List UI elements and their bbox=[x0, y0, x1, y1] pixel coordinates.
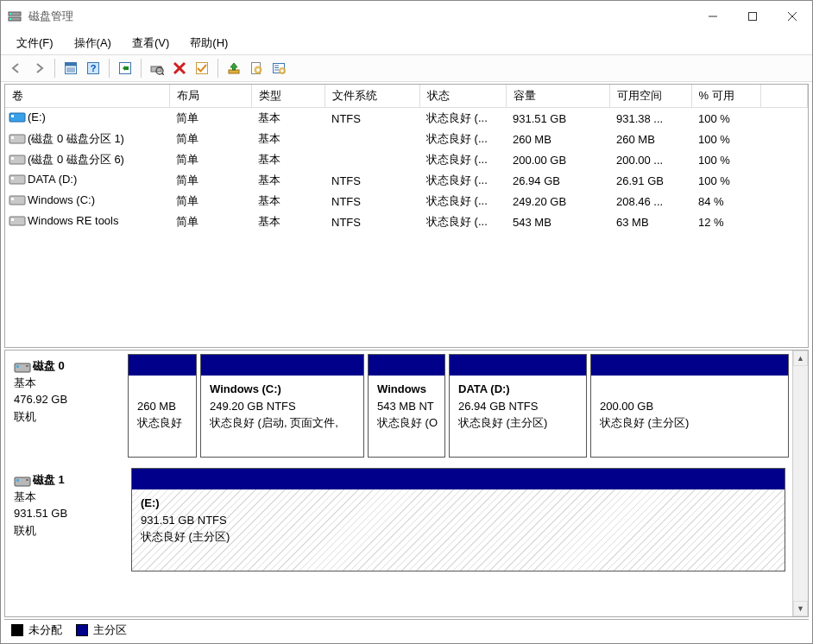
vertical-scrollbar[interactable]: ▲ ▼ bbox=[792, 350, 808, 616]
cell-pct: 84 % bbox=[691, 191, 760, 212]
partition[interactable]: 200.00 GB状态良好 (主分区) bbox=[590, 354, 789, 458]
cell-fs: NTFS bbox=[325, 212, 419, 232]
partition[interactable]: 260 MB状态良好 bbox=[128, 354, 197, 458]
table-row[interactable]: Windows RE tools简单基本NTFS状态良好 (...543 MB6… bbox=[5, 212, 808, 232]
svg-rect-2 bbox=[9, 13, 11, 15]
col-fs[interactable]: 文件系统 bbox=[325, 85, 419, 108]
upload-icon[interactable] bbox=[224, 58, 244, 79]
disk-type: 基本 bbox=[14, 375, 114, 392]
cell-free: 200.00 ... bbox=[609, 149, 691, 170]
cell-capacity: 543 MB bbox=[506, 212, 609, 232]
cell-pct: 100 % bbox=[691, 129, 760, 149]
detail-pane-icon[interactable] bbox=[60, 58, 81, 79]
col-layout[interactable]: 布局 bbox=[169, 85, 251, 108]
drive-icon bbox=[9, 134, 22, 144]
cell-pct: 100 % bbox=[691, 170, 760, 191]
scroll-down-icon[interactable]: ▼ bbox=[793, 601, 808, 616]
maximize-button[interactable] bbox=[733, 3, 772, 30]
disk-info[interactable]: 磁盘 1基本931.51 GB联机 bbox=[5, 464, 126, 575]
volume-name: (磁盘 0 磁盘分区 6) bbox=[28, 152, 124, 167]
partition-header bbox=[129, 355, 196, 376]
disk-size: 931.51 GB bbox=[14, 505, 117, 522]
disk-layout-pane: 磁盘 0基本476.92 GB联机 260 MB状态良好 Windows (C:… bbox=[4, 350, 809, 617]
svg-rect-44 bbox=[11, 218, 14, 221]
partition-size: 26.94 GB NTFS bbox=[458, 398, 579, 415]
col-spacer bbox=[760, 85, 808, 108]
cell-type: 基本 bbox=[251, 212, 325, 232]
table-row[interactable]: Windows (C:)简单基本NTFS状态良好 (...249.20 GB20… bbox=[5, 191, 808, 212]
cell-capacity: 249.20 GB bbox=[506, 191, 609, 212]
settings-list-icon[interactable] bbox=[268, 58, 289, 79]
table-row[interactable]: DATA (D:)简单基本NTFS状态良好 (...26.94 GB26.91 … bbox=[5, 170, 808, 191]
partition-header bbox=[369, 355, 444, 376]
content: 卷 布局 类型 文件系统 状态 容量 可用空间 % 可用 (E:)简单基本NTF… bbox=[1, 82, 812, 643]
cell-pct: 100 % bbox=[691, 149, 760, 170]
disk-info[interactable]: 磁盘 0基本476.92 GB联机 bbox=[5, 350, 123, 461]
cell-capacity: 26.94 GB bbox=[506, 170, 609, 191]
partition[interactable]: Windows 543 MB NT状态良好 (O bbox=[368, 354, 445, 458]
cell-layout: 简单 bbox=[169, 108, 251, 129]
scroll-track[interactable] bbox=[793, 366, 808, 601]
partition[interactable]: DATA (D:)26.94 GB NTFS状态良好 (主分区) bbox=[449, 354, 587, 458]
rescan-icon[interactable] bbox=[147, 58, 167, 79]
scroll-up-icon[interactable]: ▲ bbox=[793, 350, 808, 366]
partition[interactable]: Windows (C:)249.20 GB NTFS状态良好 (启动, 页面文件… bbox=[200, 354, 364, 458]
col-type[interactable]: 类型 bbox=[251, 85, 325, 108]
table-header-row: 卷 布局 类型 文件系统 状态 容量 可用空间 % 可用 bbox=[5, 85, 808, 108]
legend-primary-label: 主分区 bbox=[93, 623, 127, 636]
menu-action[interactable]: 操作(A) bbox=[66, 34, 120, 53]
cell-type: 基本 bbox=[251, 108, 325, 129]
col-free[interactable]: 可用空间 bbox=[609, 85, 691, 108]
table-row[interactable]: (磁盘 0 磁盘分区 6)简单基本状态良好 (...200.00 GB200.0… bbox=[5, 149, 808, 170]
col-volume[interactable]: 卷 bbox=[5, 85, 169, 108]
swatch-unallocated bbox=[11, 624, 23, 636]
cell-fs bbox=[325, 149, 419, 170]
volume-table: 卷 布局 类型 文件系统 状态 容量 可用空间 % 可用 (E:)简单基本NTF… bbox=[5, 85, 808, 232]
cell-type: 基本 bbox=[251, 170, 325, 191]
legend-unallocated: 未分配 bbox=[11, 622, 62, 638]
menu-view[interactable]: 查看(V) bbox=[123, 34, 178, 53]
partition-title: Windows (C:) bbox=[210, 381, 356, 398]
cell-layout: 简单 bbox=[169, 191, 251, 212]
titlebar: 磁盘管理 bbox=[1, 1, 812, 32]
svg-rect-36 bbox=[11, 136, 14, 139]
help-icon[interactable]: ? bbox=[83, 58, 104, 79]
delete-icon[interactable] bbox=[169, 58, 190, 79]
cell-free: 931.38 ... bbox=[609, 108, 691, 129]
svg-rect-16 bbox=[125, 66, 129, 70]
partition-status: 状态良好 (主分区) bbox=[600, 414, 781, 432]
menu-help[interactable]: 帮助(H) bbox=[181, 34, 236, 53]
close-button[interactable] bbox=[772, 3, 812, 30]
window: 磁盘管理 文件(F) 操作(A) 查看(V) 帮助(H) ? bbox=[0, 0, 813, 644]
forward-button[interactable] bbox=[28, 58, 49, 79]
col-status[interactable]: 状态 bbox=[419, 85, 506, 108]
partition-header bbox=[132, 469, 785, 489]
partition-status: 状态良好 (主分区) bbox=[141, 528, 778, 546]
disk-status: 联机 bbox=[14, 408, 114, 426]
volume-name: DATA (D:) bbox=[28, 173, 77, 186]
minimize-button[interactable] bbox=[693, 3, 733, 30]
menu-file[interactable]: 文件(F) bbox=[8, 34, 62, 53]
col-pctfree[interactable]: % 可用 bbox=[691, 85, 760, 108]
cell-fs: NTFS bbox=[325, 191, 419, 212]
refresh-icon[interactable] bbox=[115, 58, 136, 79]
cell-free: 208.46 ... bbox=[609, 191, 691, 212]
drive-icon bbox=[9, 216, 22, 226]
separator bbox=[109, 59, 110, 78]
svg-rect-9 bbox=[66, 63, 77, 66]
partition-title bbox=[137, 381, 189, 398]
svg-rect-42 bbox=[11, 198, 14, 200]
disk-row: 磁盘 0基本476.92 GB联机 260 MB状态良好 Windows (C:… bbox=[5, 350, 792, 464]
partition[interactable]: (E:)931.51 GB NTFS状态良好 (主分区) bbox=[131, 468, 785, 571]
settings-page-icon[interactable] bbox=[246, 58, 267, 79]
table-row[interactable]: (E:)简单基本NTFS状态良好 (...931.51 GB931.38 ...… bbox=[5, 108, 808, 129]
col-capacity[interactable]: 容量 bbox=[506, 85, 609, 108]
cell-free: 260 MB bbox=[609, 129, 691, 149]
partition-header bbox=[450, 355, 586, 376]
back-button[interactable] bbox=[6, 58, 27, 79]
disk-type: 基本 bbox=[14, 489, 117, 506]
table-row[interactable]: (磁盘 0 磁盘分区 1)简单基本状态良好 (...260 MB260 MB10… bbox=[5, 129, 808, 149]
svg-rect-50 bbox=[26, 479, 28, 481]
properties-check-icon[interactable] bbox=[192, 58, 212, 79]
cell-status: 状态良好 (... bbox=[419, 108, 506, 129]
